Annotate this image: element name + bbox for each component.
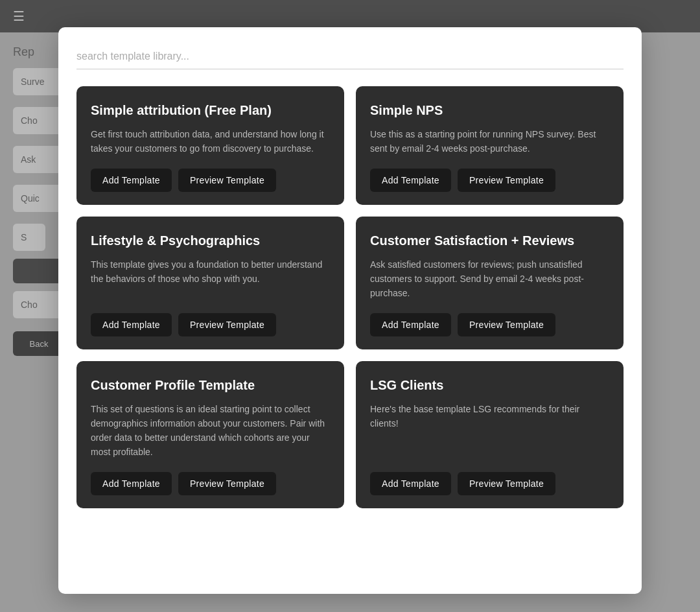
template-card-lsg-clients: LSG Clients Here's the base template LSG… (356, 361, 624, 508)
templates-grid: Simple attribution (Free Plan) Get first… (76, 86, 624, 508)
template-actions-simple-attribution: Add Template Preview Template (91, 169, 330, 192)
template-card-simple-nps: Simple NPS Use this as a starting point … (356, 86, 624, 205)
preview-template-button-simple-nps[interactable]: Preview Template (458, 169, 555, 192)
preview-template-button-lifestyle-psychographics[interactable]: Preview Template (178, 313, 276, 336)
template-desc-customer-satisfaction-reviews: Ask satisfied customers for reviews; pus… (370, 258, 609, 300)
template-actions-simple-nps: Add Template Preview Template (370, 169, 609, 192)
template-title-simple-attribution: Simple attribution (Free Plan) (91, 102, 330, 119)
template-card-lifestyle-psychographics: Lifestyle & Psychographics This template… (76, 217, 344, 349)
add-template-button-customer-satisfaction-reviews[interactable]: Add Template (370, 313, 451, 336)
template-title-lsg-clients: LSG Clients (370, 377, 609, 394)
template-card-customer-profile-template: Customer Profile Template This set of qu… (76, 361, 344, 508)
preview-template-button-customer-profile-template[interactable]: Preview Template (178, 472, 276, 495)
template-actions-customer-satisfaction-reviews: Add Template Preview Template (370, 313, 609, 336)
add-template-button-customer-profile-template[interactable]: Add Template (91, 472, 172, 495)
add-template-button-lifestyle-psychographics[interactable]: Add Template (91, 313, 172, 336)
template-title-customer-profile-template: Customer Profile Template (91, 377, 330, 394)
template-desc-simple-attribution: Get first touch attribution data, and un… (91, 128, 330, 156)
template-title-customer-satisfaction-reviews: Customer Satisfaction + Reviews (370, 232, 609, 249)
template-actions-lifestyle-psychographics: Add Template Preview Template (91, 313, 330, 336)
preview-template-button-lsg-clients[interactable]: Preview Template (458, 472, 555, 495)
template-title-lifestyle-psychographics: Lifestyle & Psychographics (91, 232, 330, 249)
template-title-simple-nps: Simple NPS (370, 102, 609, 119)
template-card-simple-attribution: Simple attribution (Free Plan) Get first… (76, 86, 344, 205)
template-desc-simple-nps: Use this as a starting point for running… (370, 128, 609, 156)
template-library-modal: Simple attribution (Free Plan) Get first… (58, 27, 642, 594)
search-input[interactable] (76, 47, 624, 69)
add-template-button-simple-nps[interactable]: Add Template (370, 169, 451, 192)
template-desc-lsg-clients: Here's the base template LSG recommends … (370, 403, 609, 459)
add-template-button-simple-attribution[interactable]: Add Template (91, 169, 172, 192)
preview-template-button-simple-attribution[interactable]: Preview Template (178, 169, 276, 192)
add-template-button-lsg-clients[interactable]: Add Template (370, 472, 451, 495)
preview-template-button-customer-satisfaction-reviews[interactable]: Preview Template (458, 313, 555, 336)
template-actions-lsg-clients: Add Template Preview Template (370, 472, 609, 495)
template-desc-lifestyle-psychographics: This template gives you a foundation to … (91, 258, 330, 300)
template-card-customer-satisfaction-reviews: Customer Satisfaction + Reviews Ask sati… (356, 217, 624, 349)
template-actions-customer-profile-template: Add Template Preview Template (91, 472, 330, 495)
template-desc-customer-profile-template: This set of questions is an ideal starti… (91, 403, 330, 459)
